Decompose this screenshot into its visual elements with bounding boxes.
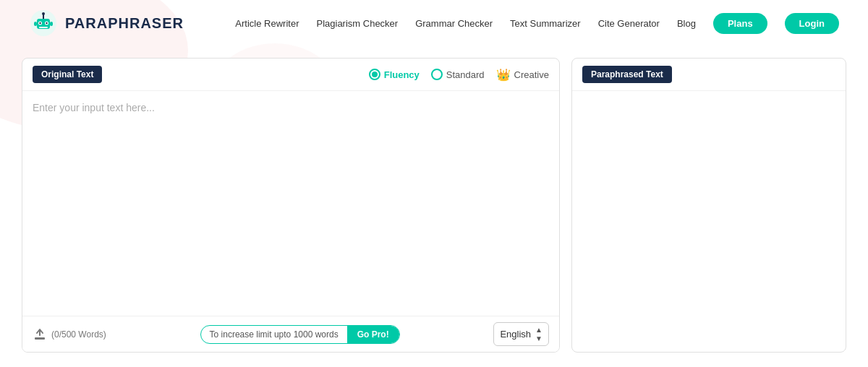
svg-point-7 — [46, 22, 47, 24]
standard-mode[interactable]: Standard — [431, 69, 485, 80]
header: PARAPHRASER Article Rewriter Plagiarism … — [0, 0, 868, 46]
mode-options: Fluency Standard 👑 Creative — [369, 68, 549, 82]
svg-point-3 — [42, 12, 45, 15]
gopro-button[interactable]: Go Pro! — [347, 326, 399, 343]
nav-blog[interactable]: Blog — [677, 18, 696, 29]
nav-grammar-checker[interactable]: Grammar Checker — [415, 18, 493, 29]
logo-area: PARAPHRASER — [29, 9, 184, 38]
fluency-radio[interactable] — [369, 69, 380, 80]
standard-radio[interactable] — [431, 69, 443, 80]
svg-rect-8 — [39, 27, 48, 28]
chevron-updown-icon: ▲ ▼ — [535, 326, 542, 342]
main-content: Original Text Fluency Standard 👑 Creativ… — [0, 46, 868, 364]
login-button[interactable]: Login — [785, 13, 839, 34]
nav-cite-generator[interactable]: Cite Generator — [598, 18, 660, 29]
input-placeholder: Enter your input text here... — [33, 102, 155, 113]
svg-point-6 — [39, 22, 41, 24]
word-count-area: (0/500 Words) — [33, 327, 106, 342]
right-panel-header: Paraphrased Text — [572, 59, 846, 91]
upload-icon[interactable] — [33, 327, 47, 342]
language-selector[interactable]: English ▲ ▼ — [493, 322, 549, 346]
nav-text-summarizer[interactable]: Text Summarizer — [510, 18, 581, 29]
language-text: English — [500, 329, 531, 340]
standard-label: Standard — [446, 69, 485, 80]
right-panel-body — [572, 91, 846, 352]
left-panel-footer: (0/500 Words) To increase limit upto 100… — [22, 316, 559, 352]
creative-label: Creative — [514, 69, 549, 80]
fluency-label: Fluency — [384, 69, 420, 80]
plans-button[interactable]: Plans — [713, 13, 767, 34]
paraphrased-text-label: Paraphrased Text — [582, 66, 672, 83]
word-count: (0/500 Words) — [51, 329, 106, 340]
upgrade-area: To increase limit upto 1000 words Go Pro… — [200, 325, 400, 344]
creative-mode[interactable]: 👑 Creative — [496, 68, 549, 82]
nav-article-rewriter[interactable]: Article Rewriter — [235, 18, 299, 29]
fluency-mode[interactable]: Fluency — [369, 69, 420, 80]
left-panel-header: Original Text Fluency Standard 👑 Creativ… — [22, 59, 559, 91]
svg-rect-10 — [50, 22, 53, 26]
right-panel: Paraphrased Text — [571, 58, 846, 353]
main-nav: Article Rewriter Plagiarism Checker Gram… — [235, 13, 839, 34]
crown-icon: 👑 — [496, 68, 511, 82]
upgrade-text: To increase limit upto 1000 words — [201, 326, 347, 343]
text-area-wrapper[interactable]: Enter your input text here... — [22, 91, 559, 316]
nav-plagiarism-checker[interactable]: Plagiarism Checker — [316, 18, 398, 29]
svg-rect-11 — [35, 337, 45, 340]
left-panel: Original Text Fluency Standard 👑 Creativ… — [22, 58, 560, 353]
logo-icon — [29, 9, 58, 38]
logo-text: PARAPHRASER — [65, 15, 184, 32]
original-text-label: Original Text — [33, 66, 102, 83]
svg-rect-9 — [34, 22, 37, 26]
